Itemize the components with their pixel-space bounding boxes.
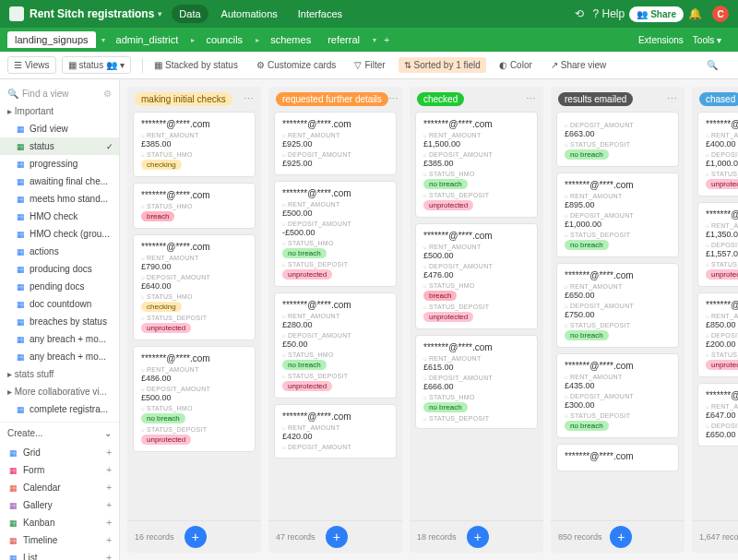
- add-table-button[interactable]: +: [384, 34, 389, 45]
- kanban-column: checked⋯*******@****.comRENT_AMOUNT£1,50…: [410, 87, 543, 553]
- record-count: 16 records: [135, 532, 174, 542]
- add-card-button[interactable]: +: [326, 526, 348, 548]
- kanban-column: results emailed⋯DEPOSIT_AMOUNT£663.00STA…: [551, 87, 684, 553]
- chevron-down-icon[interactable]: ▾: [158, 9, 162, 18]
- chevron-down-icon[interactable]: ▾: [101, 36, 105, 44]
- view-toolbar: ☰ Views ▦ status 👥 ▾ ▦ Stacked by status…: [0, 52, 738, 79]
- table-tab[interactable]: landing_signups: [7, 31, 96, 48]
- view-item[interactable]: ▦meets hmo stand...: [0, 190, 119, 208]
- nav-interfaces[interactable]: Interfaces: [291, 5, 350, 23]
- view-item[interactable]: ▦any breach + mo...: [0, 348, 119, 365]
- table-tab[interactable]: admin_district: [109, 31, 186, 48]
- stacked-button[interactable]: ▦ Stacked by status: [149, 57, 244, 73]
- add-card-button[interactable]: +: [467, 526, 489, 548]
- kanban-card[interactable]: *******@****.comRENT_AMOUNT£385.00STATUS…: [133, 112, 256, 177]
- kanban-card[interactable]: *******@****.comRENT_AMOUNT£435.00DEPOSI…: [556, 353, 679, 438]
- kanban-card[interactable]: *******@****.comRENT_AMOUNT£500.00DEPOSI…: [415, 223, 538, 329]
- view-item[interactable]: ▦progressing: [0, 155, 119, 173]
- create-item[interactable]: ▦Kanban+: [0, 514, 119, 531]
- kanban-card[interactable]: *******@RENT_AMO£647.00DEPOSIT_AM£650.00: [697, 383, 738, 447]
- view-item[interactable]: ▦awaiting final che...: [0, 173, 119, 190]
- find-view-input[interactable]: 🔍 Find a view⚙: [0, 85, 119, 102]
- kanban-column: chased⋯*******@RENT_AMO£400.00DEPOSIT_AM…: [692, 87, 738, 553]
- record-count: 47 records: [276, 532, 315, 542]
- record-count: 18 records: [417, 532, 457, 542]
- kanban-card[interactable]: *******@****.com: [556, 444, 679, 471]
- tools-button[interactable]: Tools ▾: [693, 35, 721, 45]
- kanban-card[interactable]: *******@****.comRENT_AMOUNT£500.00DEPOSI…: [274, 181, 397, 287]
- create-item[interactable]: ▦Form+: [0, 461, 119, 479]
- share-view-button[interactable]: ↗ Share view: [545, 57, 612, 73]
- view-item[interactable]: ▦producing docs: [0, 260, 119, 278]
- view-item[interactable]: ▦HMO check (grou...: [0, 225, 119, 243]
- sidebar-section[interactable]: ▸ stats stuff: [0, 365, 119, 383]
- create-item[interactable]: ▦Timeline+: [0, 531, 119, 549]
- sort-button[interactable]: ⇅ Sorted by 1 field: [399, 57, 486, 73]
- view-item[interactable]: ▦breaches by status: [0, 313, 119, 330]
- table-tab[interactable]: referral: [320, 31, 367, 48]
- column-menu[interactable]: ⋯: [388, 93, 399, 105]
- kanban-card[interactable]: *******@****.comRENT_AMOUNT£280.00DEPOSI…: [274, 292, 397, 399]
- nav-data[interactable]: Data: [172, 5, 208, 23]
- add-card-button[interactable]: +: [610, 526, 632, 548]
- nav-automations[interactable]: Automations: [214, 5, 285, 23]
- create-section[interactable]: Create...⌄: [0, 422, 119, 444]
- base-title[interactable]: Rent Sitch registrations: [30, 7, 154, 20]
- create-item[interactable]: ▦Calendar+: [0, 479, 119, 496]
- chevron-down-icon[interactable]: ▾: [373, 36, 376, 44]
- view-item[interactable]: ▦complete registra...: [0, 400, 119, 418]
- bell-icon[interactable]: 🔔: [688, 7, 702, 20]
- extensions-button[interactable]: Extensions: [638, 35, 684, 45]
- gear-icon[interactable]: ⚙: [103, 89, 112, 99]
- kanban-card[interactable]: *******@****.comRENT_AMOUNT£420.00DEPOSI…: [274, 404, 397, 459]
- customize-button[interactable]: ⚙ Customize cards: [251, 57, 341, 73]
- sidebar-section[interactable]: ▸ More collaborative vi...: [0, 383, 119, 400]
- view-item[interactable]: ▦Grid view: [0, 120, 119, 137]
- kanban-column: making initial checks⋯*******@****.comRE…: [127, 87, 261, 553]
- table-tab[interactable]: schemes: [263, 31, 318, 48]
- create-item[interactable]: ▦Gallery+: [0, 496, 119, 514]
- kanban-card[interactable]: *******@****.comRENT_AMOUNT£486.00DEPOSI…: [133, 346, 256, 452]
- status-button[interactable]: ▦ status 👥 ▾: [62, 56, 131, 74]
- search-icon[interactable]: 🔍: [701, 57, 723, 73]
- user-avatar[interactable]: C: [712, 6, 729, 22]
- kanban-card[interactable]: *******@****.comRENT_AMOUNT£615.00DEPOSI…: [415, 335, 538, 429]
- view-item[interactable]: ▦doc countdown: [0, 295, 119, 313]
- column-menu[interactable]: ⋯: [667, 93, 677, 105]
- kanban-card[interactable]: DEPOSIT_AMOUNT£663.00STATUS_DEPOSITno br…: [556, 112, 679, 167]
- sidebar-section[interactable]: ▸ Important: [0, 102, 119, 120]
- add-card-button[interactable]: +: [184, 526, 207, 548]
- kanban-card[interactable]: *******@****.comRENT_AMOUNT£1,500.00DEPO…: [415, 112, 538, 218]
- table-tab[interactable]: councils: [198, 31, 250, 48]
- view-item[interactable]: ▦HMO check: [0, 208, 119, 225]
- create-item[interactable]: ▦List+: [0, 549, 119, 560]
- share-button[interactable]: 👥 Share: [629, 6, 684, 22]
- kanban-card[interactable]: *******@****.comRENT_AMOUNT£650.00DEPOSI…: [556, 263, 679, 348]
- help-button[interactable]: ? Help: [593, 7, 625, 20]
- view-item[interactable]: ▦status✓: [0, 137, 119, 155]
- column-menu[interactable]: ⋯: [244, 93, 254, 105]
- view-item[interactable]: ▦pending docs: [0, 278, 119, 295]
- kanban-column: requested further details⋯*******@****.c…: [268, 87, 402, 553]
- create-item[interactable]: ▦Grid+: [0, 444, 119, 461]
- kanban-card[interactable]: *******@RENT_AMO£400.00DEPOSIT_AM£1,000.…: [697, 112, 738, 197]
- record-count: 850 records: [558, 532, 602, 542]
- kanban-card[interactable]: *******@****.comRENT_AMOUNT£790.00DEPOSI…: [133, 234, 256, 340]
- column-title: chased: [699, 92, 738, 106]
- color-button[interactable]: ◐ Color: [494, 57, 538, 73]
- kanban-card[interactable]: *******@****.comRENT_AMOUNT£925.00DEPOSI…: [274, 112, 397, 175]
- column-title: results emailed: [558, 92, 633, 106]
- column-menu[interactable]: ⋯: [526, 93, 536, 105]
- history-icon[interactable]: ⟲: [575, 7, 584, 20]
- view-item[interactable]: ▦any breach + mo...: [0, 330, 119, 348]
- kanban-card[interactable]: *******@RENT_AMO£1,350.00DEPOSIT_AM£1,55…: [697, 202, 738, 287]
- views-button[interactable]: ☰ Views: [7, 56, 56, 74]
- kanban-card[interactable]: *******@****.comSTATUS_HMObreach: [133, 183, 256, 229]
- column-title: checked: [417, 92, 464, 106]
- app-logo[interactable]: [9, 6, 24, 21]
- kanban-card[interactable]: *******@RENT_AMO£850.00DEPOSIT_AM£200.00…: [697, 292, 738, 377]
- filter-button[interactable]: ▽ Filter: [349, 57, 390, 73]
- view-item[interactable]: ▦actions: [0, 243, 119, 260]
- view-sidebar: 🔍 Find a view⚙ ▸ Important▦Grid view▦sta…: [0, 79, 120, 560]
- kanban-card[interactable]: *******@****.comRENT_AMOUNT£895.00DEPOSI…: [556, 173, 679, 257]
